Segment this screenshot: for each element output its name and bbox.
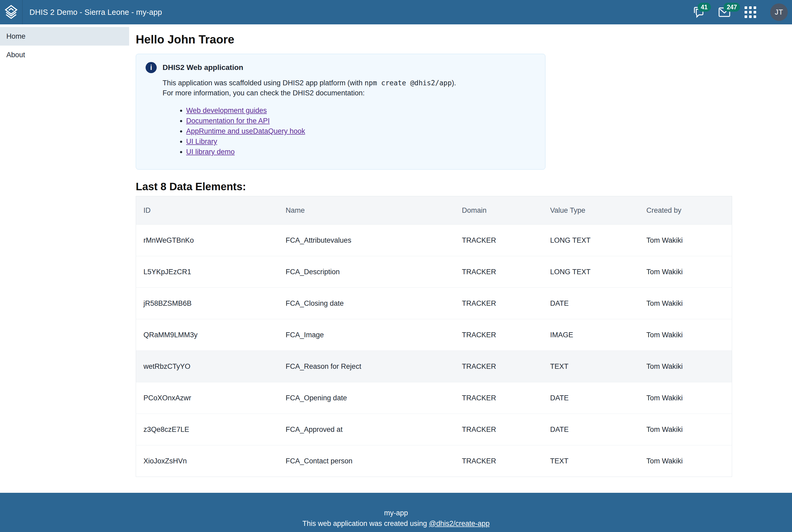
cell-value-type: IMAGE xyxy=(543,319,639,351)
cell-name: FCA_Opening date xyxy=(278,382,455,414)
doc-link[interactable]: AppRuntime and useDataQuery hook xyxy=(186,127,305,135)
table-row: QRaMM9LMM3y FCA_Image TRACKER IMAGE Tom … xyxy=(136,319,732,351)
cell-id: L5YKpJEzCR1 xyxy=(136,256,278,288)
sidebar-item[interactable]: Home xyxy=(0,27,129,45)
footer-app-name: my-app xyxy=(384,509,408,517)
sidebar-item[interactable]: About xyxy=(0,45,129,64)
cell-value-type: LONG TEXT xyxy=(543,256,639,288)
table-row: PCoXOnxAzwr FCA_Opening date TRACKER DAT… xyxy=(136,382,732,414)
apps-grid-icon xyxy=(744,6,756,18)
column-header-name: Name xyxy=(278,196,455,225)
cell-created-by: Tom Wakiki xyxy=(639,351,732,382)
doc-link-item: Documentation for the API xyxy=(186,116,536,126)
cell-id: rMnWeGTBnKo xyxy=(136,225,278,256)
column-header-domain: Domain xyxy=(455,196,543,225)
cell-created-by: Tom Wakiki xyxy=(639,445,732,477)
cell-created-by: Tom Wakiki xyxy=(639,288,732,319)
cell-name: FCA_Image xyxy=(278,319,455,351)
body-area: Home About Hello John Traore i DHIS2 Web… xyxy=(0,24,792,493)
doc-link[interactable]: Web development guides xyxy=(186,107,267,114)
cell-value-type: LONG TEXT xyxy=(543,225,639,256)
table-body: rMnWeGTBnKo FCA_Attributevalues TRACKER … xyxy=(136,225,732,477)
cell-value-type: DATE xyxy=(543,288,639,319)
doc-link[interactable]: Documentation for the API xyxy=(186,117,270,125)
app-title: DHIS 2 Demo - Sierra Leone - my-app xyxy=(30,8,162,17)
cell-created-by: Tom Wakiki xyxy=(639,414,732,445)
cell-id: PCoXOnxAzwr xyxy=(136,382,278,414)
cell-created-by: Tom Wakiki xyxy=(639,382,732,414)
cell-domain: TRACKER xyxy=(455,414,543,445)
messages-button[interactable]: 247 xyxy=(718,6,731,18)
main-content: Hello John Traore i DHIS2 Web applicatio… xyxy=(129,24,792,493)
table-row: jR58BZSMB6B FCA_Closing date TRACKER DAT… xyxy=(136,288,732,319)
cell-value-type: TEXT xyxy=(543,445,639,477)
data-elements-table: ID Name Domain Value Type Created by rMn… xyxy=(136,196,732,477)
greeting-heading: Hello John Traore xyxy=(136,32,792,46)
cell-name: FCA_Approved at xyxy=(278,414,455,445)
column-header-created-by: Created by xyxy=(639,196,732,225)
cell-domain: TRACKER xyxy=(455,319,543,351)
header-actions: 41 247 JT xyxy=(692,3,792,21)
table-row: z3Qe8czE7LE FCA_Approved at TRACKER DATE… xyxy=(136,414,732,445)
header-bar: DHIS 2 Demo - Sierra Leone - my-app 41 2… xyxy=(0,0,792,24)
app-window: DHIS 2 Demo - Sierra Leone - my-app 41 2… xyxy=(0,0,792,532)
footer-credit: This web application was created using @… xyxy=(302,519,490,528)
cell-created-by: Tom Wakiki xyxy=(639,319,732,351)
user-avatar[interactable]: JT xyxy=(770,3,788,21)
table-heading: Last 8 Data Elements: xyxy=(136,180,792,193)
cell-domain: TRACKER xyxy=(455,256,543,288)
cell-value-type: TEXT xyxy=(543,351,639,382)
footer-credit-text: This web application was created using xyxy=(302,519,429,528)
cell-domain: TRACKER xyxy=(455,288,543,319)
table-row: L5YKpJEzCR1 FCA_Description TRACKER LONG… xyxy=(136,256,732,288)
info-icon: i xyxy=(146,62,157,73)
npm-command-code: npm create @dhis2/app xyxy=(365,79,452,87)
messages-badge: 247 xyxy=(723,3,740,12)
cell-domain: TRACKER xyxy=(455,445,543,477)
notice-title: DHIS2 Web application xyxy=(163,63,243,72)
cell-domain: TRACKER xyxy=(455,351,543,382)
cell-name: FCA_Contact person xyxy=(278,445,455,477)
cell-name: FCA_Description xyxy=(278,256,455,288)
apps-menu-button[interactable] xyxy=(744,6,756,18)
doc-link[interactable]: UI library demo xyxy=(186,148,235,156)
doc-link-item: AppRuntime and useDataQuery hook xyxy=(186,126,536,136)
cell-id: QRaMM9LMM3y xyxy=(136,319,278,351)
cell-name: FCA_Closing date xyxy=(278,288,455,319)
cell-created-by: Tom Wakiki xyxy=(639,225,732,256)
doc-link-item: UI Library xyxy=(186,136,536,147)
table-row: XioJoxZsHVn FCA_Contact person TRACKER T… xyxy=(136,445,732,477)
cell-id: z3Qe8czE7LE xyxy=(136,414,278,445)
table-row: wetRbzCTyYO FCA_Reason for Reject TRACKE… xyxy=(136,351,732,382)
cell-id: wetRbzCTyYO xyxy=(136,351,278,382)
notice-paragraph: This application was scaffolded using DH… xyxy=(163,78,536,98)
doc-link-item: UI library demo xyxy=(186,147,536,157)
doc-link-item: Web development guides xyxy=(186,106,536,116)
sidebar: Home About xyxy=(0,24,129,493)
notice-text-suffix: ). xyxy=(452,79,456,87)
documentation-links: Web development guides Documentation for… xyxy=(146,106,536,157)
table-row: rMnWeGTBnKo FCA_Attributevalues TRACKER … xyxy=(136,225,732,256)
interpretations-button[interactable]: 41 xyxy=(692,6,704,18)
notice-text-line2: For more information, you can check the … xyxy=(163,89,365,97)
cell-domain: TRACKER xyxy=(455,382,543,414)
column-header-value-type: Value Type xyxy=(543,196,639,225)
notice-text-prefix: This application was scaffolded using DH… xyxy=(163,79,365,87)
footer-create-app-link[interactable]: @dhis2/create-app xyxy=(429,519,490,528)
cell-domain: TRACKER xyxy=(455,225,543,256)
dhis2-logo[interactable] xyxy=(0,0,22,24)
table-head: ID Name Domain Value Type Created by xyxy=(136,196,732,225)
info-notice-box: i DHIS2 Web application This application… xyxy=(136,54,546,170)
cell-created-by: Tom Wakiki xyxy=(639,256,732,288)
cell-name: FCA_Attributevalues xyxy=(278,225,455,256)
footer-bar: my-app This web application was created … xyxy=(0,493,792,532)
dhis2-logo-icon xyxy=(4,5,18,20)
cell-value-type: DATE xyxy=(543,414,639,445)
notice-header: i DHIS2 Web application xyxy=(146,62,536,73)
column-header-id: ID xyxy=(136,196,278,225)
cell-name: FCA_Reason for Reject xyxy=(278,351,455,382)
doc-link[interactable]: UI Library xyxy=(186,137,217,146)
cell-value-type: DATE xyxy=(543,382,639,414)
cell-id: jR58BZSMB6B xyxy=(136,288,278,319)
cell-id: XioJoxZsHVn xyxy=(136,445,278,477)
